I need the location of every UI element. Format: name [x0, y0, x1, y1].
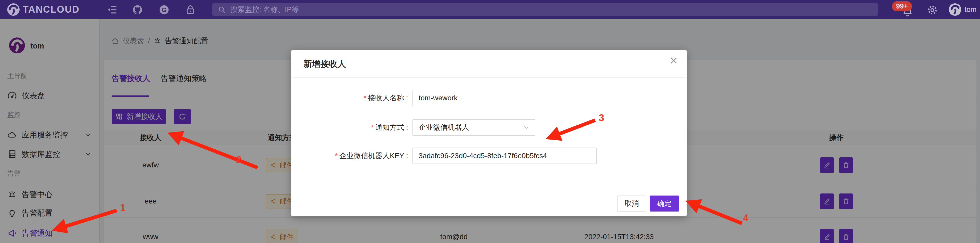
form-row-receiver-name: *接收人名称 : — [291, 90, 687, 106]
topbar: TANCLOUD G 99+ tom — [0, 0, 980, 19]
receiver-name-label: 接收人名称 : — [368, 94, 408, 102]
wework-key-input[interactable] — [413, 152, 596, 160]
gitee-icon[interactable]: G — [159, 5, 170, 15]
tancloud-logo-icon — [7, 3, 20, 17]
search-bar[interactable] — [212, 3, 878, 16]
chevron-down-icon — [522, 123, 530, 131]
user-avatar[interactable] — [948, 3, 961, 17]
form-row-wework-key: *企业微信机器人KEY : — [291, 147, 687, 164]
menu-fold-icon[interactable] — [107, 5, 118, 15]
confirm-button[interactable]: 确定 — [650, 195, 679, 211]
svg-text:G: G — [162, 6, 166, 13]
wework-key-label: 企业微信机器人KEY : — [339, 152, 408, 160]
brand-title: TANCLOUD — [23, 4, 80, 15]
lock-icon[interactable] — [185, 5, 196, 15]
github-icon[interactable] — [132, 5, 143, 15]
search-input[interactable] — [230, 5, 848, 14]
notify-method-select[interactable]: 企业微信机器人 — [412, 119, 535, 136]
receiver-name-input[interactable] — [413, 94, 535, 102]
gear-icon[interactable] — [927, 5, 939, 16]
modal-title: 新增接收人 — [304, 58, 346, 70]
notification-count-badge: 99+ — [892, 1, 912, 11]
form-row-notify-method: *通知方式 : 企业微信机器人 — [291, 119, 687, 136]
close-icon[interactable]: × — [670, 54, 678, 67]
add-receiver-modal: 新增接收人 × *接收人名称 : *通知方式 : 企业微信机器人 *企业微信机器… — [291, 50, 687, 216]
search-icon — [218, 6, 226, 13]
topbar-username[interactable]: tom — [964, 5, 977, 14]
notify-method-label: 通知方式 : — [375, 123, 408, 131]
cancel-button[interactable]: 取消 — [617, 195, 646, 211]
